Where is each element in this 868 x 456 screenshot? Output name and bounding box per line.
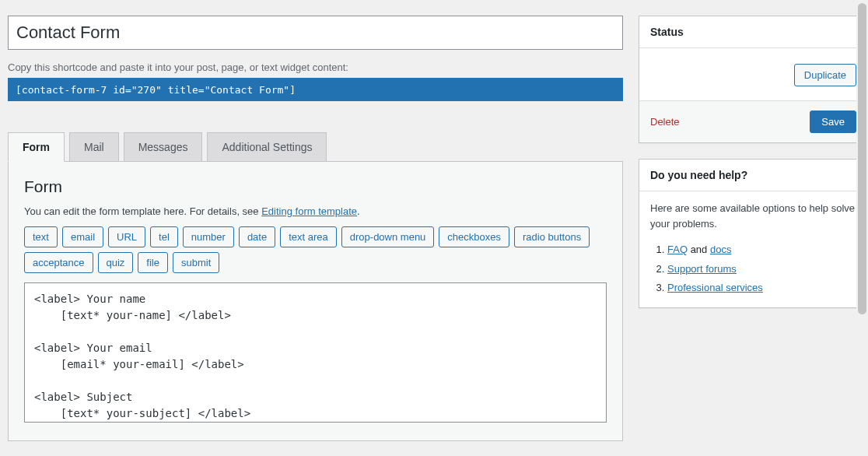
editing-template-link[interactable]: Editing form template: [261, 205, 357, 217]
delete-link[interactable]: Delete: [650, 116, 680, 128]
help-item-1: FAQ and docs: [667, 240, 856, 260]
help-heading: Do you need help?: [639, 160, 867, 191]
help-box: Do you need help? Here are some availabl…: [639, 159, 868, 308]
tab-messages[interactable]: Messages: [124, 132, 203, 162]
support-forums-link[interactable]: Support forums: [667, 263, 737, 275]
form-panel: Form You can edit the form template here…: [8, 161, 623, 441]
tag-btn-file[interactable]: file: [138, 252, 168, 273]
tag-btn-text[interactable]: text: [24, 226, 58, 247]
shortcode-field[interactable]: [8, 78, 623, 101]
tab-mail[interactable]: Mail: [69, 132, 119, 162]
professional-services-link[interactable]: Professional services: [667, 282, 763, 293]
tag-btn-email[interactable]: email: [62, 226, 103, 247]
status-heading: Status: [639, 16, 867, 48]
shortcode-hint: Copy this shortcode and paste it into yo…: [8, 61, 623, 73]
tag-btn-radio-buttons[interactable]: radio buttons: [514, 226, 590, 247]
tab-form[interactable]: Form: [8, 132, 65, 162]
tag-btn-acceptance[interactable]: acceptance: [24, 252, 93, 273]
form-panel-desc: You can edit the form template here. For…: [24, 205, 607, 217]
docs-link[interactable]: docs: [710, 244, 731, 255]
tag-btn-submit[interactable]: submit: [173, 252, 219, 273]
scrollbar[interactable]: [856, 3, 868, 453]
faq-link[interactable]: FAQ: [667, 244, 688, 255]
tag-btn-tel[interactable]: tel: [150, 226, 178, 247]
form-title-input[interactable]: [8, 16, 623, 50]
tag-button-row: textemailURLtelnumberdatetext areadrop-d…: [24, 226, 607, 273]
tag-btn-checkboxes[interactable]: checkboxes: [439, 226, 509, 247]
tab-additional-settings[interactable]: Additional Settings: [207, 132, 327, 162]
tag-btn-drop-down-menu[interactable]: drop-down menu: [341, 226, 435, 247]
scrollbar-thumb[interactable]: [858, 3, 866, 314]
form-panel-heading: Form: [24, 177, 607, 196]
tag-btn-date[interactable]: date: [239, 226, 275, 247]
tag-btn-quiz[interactable]: quiz: [98, 252, 134, 273]
tag-btn-URL[interactable]: URL: [108, 226, 145, 247]
tag-btn-number[interactable]: number: [183, 226, 234, 247]
tag-btn-text-area[interactable]: text area: [280, 226, 337, 247]
tabs: Form Mail Messages Additional Settings: [8, 132, 623, 162]
status-box: Status Duplicate Delete Save: [639, 16, 868, 143]
duplicate-button[interactable]: Duplicate: [794, 64, 856, 86]
save-button[interactable]: Save: [810, 110, 856, 133]
help-item-3: Professional services: [667, 279, 856, 298]
help-intro: Here are some available options to help …: [650, 201, 856, 231]
help-item-2: Support forums: [667, 260, 856, 279]
form-template-textarea[interactable]: [24, 282, 607, 423]
